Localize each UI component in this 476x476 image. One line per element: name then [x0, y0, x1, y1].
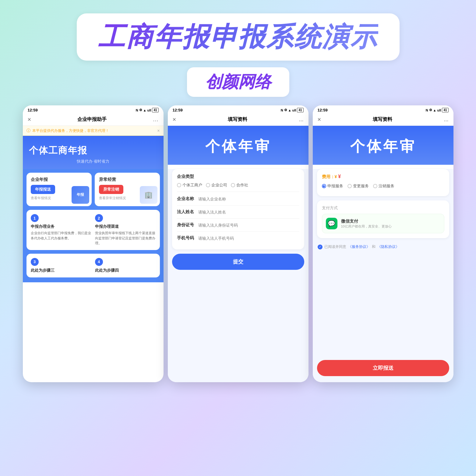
- phone2-nav-close[interactable]: ×: [173, 116, 176, 123]
- radio-company-label: 企业公司: [211, 182, 227, 188]
- phone3-submit-btn[interactable]: 立即报送: [317, 360, 449, 376]
- phone2-bluetooth-icon: ⚙: [284, 108, 287, 112]
- phone2-nav: × 填写资料 ...: [168, 114, 309, 126]
- field-company-name-label: 企业名称: [177, 196, 195, 202]
- agreement-row[interactable]: ✓ 已阅读并同意 《服务协议》 和 《隐私协议》: [313, 242, 453, 251]
- phone2-nav-more[interactable]: ...: [299, 116, 303, 123]
- step-3: 3 此处为步骤三: [31, 258, 91, 273]
- payment-title: 支付方式: [322, 205, 444, 211]
- phone3-nav: × 填写资料 ...: [313, 114, 453, 126]
- battery-icon: 41: [152, 108, 158, 112]
- service-radio-cancel[interactable]: 注销服务: [373, 183, 394, 189]
- phone1: 12:59 N ⚙ ▲ ull 41 × 企业申报助手 ... ⓘ 本平台: [23, 105, 164, 382]
- sub-title: 创颜网络: [205, 72, 271, 91]
- radio-company[interactable]: 企业公司: [206, 182, 227, 188]
- phone1-nav: × 企业申报助手 ...: [23, 114, 164, 126]
- main-title-area: 工商年报申报系统演示 创颜网络: [0, 0, 476, 102]
- phone2-hero-title: 个体年审: [174, 137, 302, 156]
- phone3-time: 12:59: [318, 108, 328, 112]
- wechat-desc: 10亿用户都在用，真安全、更放心: [341, 224, 392, 229]
- phone3-nav-more[interactable]: ...: [444, 116, 448, 123]
- phone2-status-icons: N ⚙ ▲ ull 41: [281, 108, 304, 112]
- phone1-nav-more[interactable]: ...: [153, 116, 158, 123]
- notice-close-btn[interactable]: ×: [157, 128, 160, 133]
- abnormal-illustration: 🏢: [140, 186, 157, 204]
- phone3: 12:59 N ⚙ ▲ ull 41 × 填写资料 ... 个体年审: [313, 105, 453, 382]
- step-2: 2 申报办理渠道 营业执照年审年报线下线上两个渠道直接向监管部门申请登记且监管部…: [95, 214, 156, 246]
- phone3-hero-title: 个体年审: [319, 137, 447, 156]
- wechat-name: 微信支付: [341, 219, 392, 224]
- notice-text: 本平台提供代办服务，方便快捷，非官方代理！: [32, 128, 109, 133]
- service-radio-change-circle: [347, 184, 352, 188]
- phone3-nav-close[interactable]: ×: [318, 116, 321, 123]
- radio-coop[interactable]: 合作社: [231, 182, 248, 188]
- radio-geti-label: 个体工商户: [182, 182, 202, 188]
- fee-card: 费用：¥ ¥ 申报服务 变更服务: [317, 169, 449, 196]
- phones-container: 12:59 N ⚙ ▲ ull 41 × 企业申报助手 ... ⓘ 本平台: [0, 105, 476, 382]
- phone2-nav-title: 填写资料: [228, 116, 247, 123]
- fee-amount-icon: ¥: [338, 174, 341, 179]
- phone1-steps: 1 申报办理业务 企业自行向监管部门申报免费，我们是业务代办收人工代办服务费。 …: [23, 210, 164, 254]
- phone1-nav-title: 企业申报助手: [77, 116, 107, 123]
- more-steps-card: 3 此处为步骤三 4 此处为步骤四: [26, 254, 160, 277]
- step-3-number: 3: [31, 258, 39, 266]
- phone3-hero: 个体年审: [313, 126, 453, 165]
- step-3-title: 此处为步骤三: [31, 268, 91, 273]
- service-radio-apply-dot: [323, 185, 325, 187]
- phone-input[interactable]: [198, 236, 299, 241]
- phone3-signal-icon: ull: [437, 108, 441, 112]
- agreement-check: ✓: [318, 245, 323, 249]
- abnormal-cancel-btn[interactable]: 异常注销: [99, 185, 123, 194]
- agreement-text-prefix: 已阅读并同意: [324, 244, 346, 249]
- step-1: 1 申报办理业务 企业自行向监管部门申报免费，我们是业务代办收人工代办服务费。: [31, 214, 91, 246]
- id-number-input[interactable]: [198, 223, 299, 227]
- field-id-number: 身份证号: [177, 219, 299, 232]
- phone2-battery-icon: 41: [297, 108, 303, 112]
- annual-illus-text: 年报: [77, 192, 84, 197]
- phone3-status-icons: N ⚙ ▲ ull 41: [426, 108, 449, 112]
- legal-name-input[interactable]: [198, 210, 299, 214]
- phone2-submit-area: 提交: [168, 254, 309, 274]
- annual-report-btn[interactable]: 年报报送: [31, 185, 55, 194]
- phone1-notice: ⓘ 本平台提供代办服务，方便快捷，非官方代理！ ×: [23, 126, 164, 136]
- notice-icon: ⓘ: [26, 128, 30, 133]
- phone3-wifi-icon: ▲: [433, 108, 436, 112]
- agreement-privacy-link[interactable]: 《隐私协议》: [377, 244, 399, 249]
- phone1-nav-close[interactable]: ×: [28, 116, 31, 123]
- step-2-desc: 营业执照年审年报线下线上两个渠道直接向监管部门申请登记且监管部门是免费办理。: [95, 231, 156, 246]
- phone1-service-grid: 企业年报 年报报送 查看年报情况 年报 异常经营 异常注销 查看异常注销情况 🏢: [23, 169, 164, 210]
- agreement-service-link[interactable]: 《服务协议》: [348, 244, 370, 249]
- step-4: 4 此处为步骤四: [95, 258, 156, 273]
- company-type-radios: 个体工商户 企业公司 合作社: [177, 182, 299, 192]
- divider-1: [177, 192, 299, 192]
- phone1-status-bar: 12:59 N ⚙ ▲ ull 41: [23, 105, 164, 114]
- phone2-network-icon: N: [281, 108, 283, 112]
- phone3-content: 费用：¥ ¥ 申报服务 变更服务: [313, 169, 453, 382]
- page-wrapper: 工商年报申报系统演示 创颜网络 12:59 N ⚙ ▲ ull 41: [0, 0, 476, 476]
- phone2-submit-btn[interactable]: 提交: [172, 254, 304, 270]
- step-1-number: 1: [31, 214, 39, 222]
- field-phone-label: 手机号码: [177, 235, 195, 241]
- wechat-pay-row[interactable]: 💬 微信支付 10亿用户都在用，真安全、更放心: [322, 214, 444, 233]
- service-radio-change[interactable]: 变更服务: [347, 183, 369, 189]
- wechat-info: 微信支付 10亿用户都在用，真安全、更放心: [341, 219, 392, 229]
- signal-icon: ull: [147, 108, 151, 112]
- radio-geti[interactable]: 个体工商户: [177, 182, 202, 188]
- bluetooth-icon: ⚙: [139, 108, 142, 112]
- company-type-label: 企业类型: [177, 174, 299, 179]
- step-2-title: 申报办理渠道: [95, 224, 156, 229]
- radio-coop-label: 合作社: [236, 182, 248, 188]
- phone3-network-icon: N: [426, 108, 428, 112]
- radio-geti-circle: [177, 183, 181, 187]
- phone3-status-bar: 12:59 N ⚙ ▲ ull 41: [313, 105, 453, 114]
- steps-card: 1 申报办理业务 企业自行向监管部门申报免费，我们是业务代办收人工代办服务费。 …: [26, 210, 160, 250]
- service-radio-apply[interactable]: 申报服务: [322, 183, 343, 189]
- phone2-time: 12:59: [173, 108, 183, 112]
- steps-grid: 1 申报办理业务 企业自行向监管部门申报免费，我们是业务代办收人工代办服务费。 …: [31, 214, 156, 246]
- step-4-number: 4: [95, 258, 103, 266]
- phone2-signal-icon: ull: [292, 108, 296, 112]
- company-name-input[interactable]: [198, 197, 299, 201]
- service-radio-cancel-circle: [373, 184, 377, 188]
- step-1-desc: 企业自行向监管部门申报免费，我们是业务代办收人工代办服务费。: [31, 231, 91, 241]
- service-card-abnormal: 异常经营 异常注销 查看异常注销情况 🏢: [95, 173, 160, 206]
